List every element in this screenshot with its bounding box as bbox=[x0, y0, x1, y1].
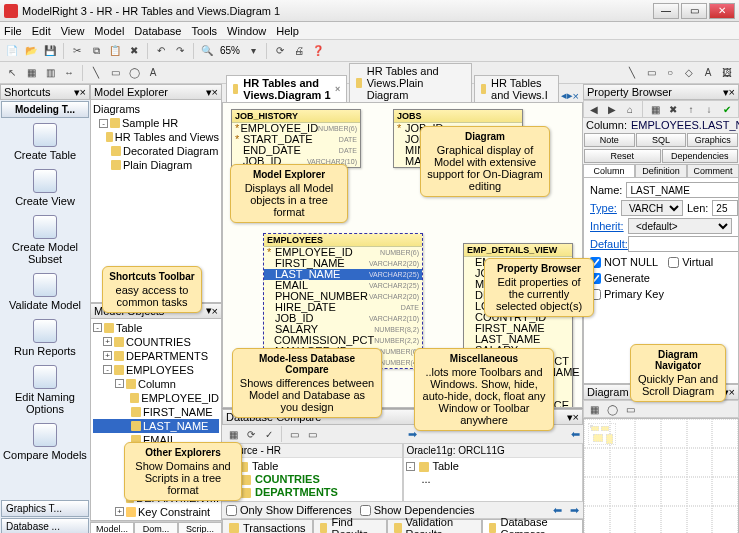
menu-edit[interactable]: Edit bbox=[32, 25, 51, 37]
bottom-tab-find[interactable]: Find Results bbox=[313, 519, 387, 533]
chk-pk[interactable]: Primary Key bbox=[590, 288, 664, 300]
line-icon[interactable]: ╲ bbox=[88, 65, 104, 81]
shortcut-run-reports[interactable]: Run Reports bbox=[0, 315, 90, 361]
props-btn[interactable]: ✖ bbox=[665, 101, 681, 117]
props-fwd-icon[interactable]: ▶ bbox=[604, 101, 620, 117]
menu-view[interactable]: View bbox=[61, 25, 85, 37]
props-back-icon[interactable]: ◀ bbox=[586, 101, 602, 117]
tree-model-root[interactable]: -Sample HR bbox=[93, 116, 219, 130]
shortcut-create-model-subset[interactable]: Create Model Subset bbox=[0, 211, 90, 269]
dbc-btn[interactable]: ▦ bbox=[225, 426, 241, 442]
explorer-tab-model[interactable]: Model... bbox=[90, 522, 134, 533]
tree-column-item[interactable]: FIRST_NAME bbox=[93, 405, 219, 419]
nav-btn[interactable]: ▦ bbox=[586, 401, 602, 417]
help-icon[interactable]: ❓ bbox=[310, 43, 326, 59]
props-note-btn[interactable]: Note bbox=[584, 133, 635, 147]
dbc-tree-item[interactable]: DEPARTMENTS bbox=[225, 486, 400, 499]
panel-close-icon[interactable]: × bbox=[729, 86, 735, 98]
tree-column-root[interactable]: -Column bbox=[93, 377, 219, 391]
minimize-button[interactable]: — bbox=[653, 3, 679, 19]
diagram-navigator[interactable] bbox=[583, 418, 739, 533]
open-icon[interactable]: 📂 bbox=[23, 43, 39, 59]
shape-poly-icon[interactable]: ◇ bbox=[681, 65, 697, 81]
shape-image-icon[interactable]: 🖼 bbox=[719, 65, 735, 81]
shortcut-compare-models[interactable]: Compare Models bbox=[0, 419, 90, 465]
panel-close-icon[interactable]: × bbox=[573, 411, 579, 423]
dbc-btn[interactable]: ▭ bbox=[304, 426, 320, 442]
zoom-dropdown-icon[interactable]: ▾ bbox=[245, 43, 261, 59]
tree-table-root[interactable]: -Table bbox=[93, 321, 219, 335]
menu-help[interactable]: Help bbox=[276, 25, 299, 37]
print-icon[interactable]: 🖨 bbox=[291, 43, 307, 59]
rect-icon[interactable]: ▭ bbox=[107, 65, 123, 81]
shortcut-edit-naming[interactable]: Edit Naming Options bbox=[0, 361, 90, 419]
diagram-tab[interactable]: HR Tables and Views.Diagram 1× bbox=[226, 75, 347, 102]
redo-icon[interactable]: ↷ bbox=[172, 43, 188, 59]
props-home-icon[interactable]: ⌂ bbox=[622, 101, 638, 117]
zoom-in-icon[interactable]: 🔍 bbox=[199, 43, 215, 59]
refresh-icon[interactable]: ⟳ bbox=[272, 43, 288, 59]
menu-tools[interactable]: Tools bbox=[191, 25, 217, 37]
diagram-tab[interactable]: HR Tables and Views.Plain Diagram bbox=[349, 63, 471, 102]
shortcut-create-view[interactable]: Create View bbox=[0, 165, 90, 211]
bottom-tab-validation[interactable]: Validation Results bbox=[387, 519, 482, 533]
opt-show-dependencies[interactable]: Show Dependencies bbox=[360, 504, 475, 516]
dbc-btn[interactable]: ⟳ bbox=[243, 426, 259, 442]
shape-rect-icon[interactable]: ▭ bbox=[643, 65, 659, 81]
table-tool-icon[interactable]: ▦ bbox=[23, 65, 39, 81]
relation-tool-icon[interactable]: ↔ bbox=[61, 65, 77, 81]
tree-table-item[interactable]: -EMPLOYEES bbox=[93, 363, 219, 377]
zoom-value[interactable]: 65% bbox=[218, 45, 242, 56]
new-icon[interactable]: 📄 bbox=[4, 43, 20, 59]
shortcut-create-table[interactable]: Create Table bbox=[0, 119, 90, 165]
panel-close-icon[interactable]: × bbox=[212, 86, 218, 98]
dbc-tree-item[interactable]: COUNTRIES bbox=[225, 473, 400, 486]
tree-table-item[interactable]: +COUNTRIES bbox=[93, 335, 219, 349]
panel-close-icon[interactable]: × bbox=[729, 386, 735, 398]
paste-icon[interactable]: 📋 bbox=[107, 43, 123, 59]
name-input[interactable] bbox=[626, 182, 739, 198]
dbc-tree-item[interactable]: ... bbox=[406, 473, 581, 486]
tree-table-item[interactable]: +DEPARTMENTS bbox=[93, 349, 219, 363]
panel-close-icon[interactable]: × bbox=[212, 305, 218, 317]
bottom-tab-compare[interactable]: Database Compare bbox=[482, 519, 583, 533]
chk-notnull[interactable]: NOT NULL bbox=[590, 256, 658, 268]
inherit-select[interactable]: <default> bbox=[628, 218, 732, 234]
ellipse-icon[interactable]: ◯ bbox=[126, 65, 142, 81]
chk-generate[interactable]: Generate bbox=[590, 272, 650, 284]
delete-icon[interactable]: ✖ bbox=[126, 43, 142, 59]
menu-file[interactable]: File bbox=[4, 25, 22, 37]
maximize-button[interactable]: ▭ bbox=[681, 3, 707, 19]
text-icon[interactable]: A bbox=[145, 65, 161, 81]
shortcuts-database-tab[interactable]: Database ... bbox=[1, 518, 89, 533]
len-input[interactable] bbox=[712, 200, 738, 216]
tree-subnode[interactable]: +Key Constraint bbox=[93, 505, 219, 519]
props-sql-btn[interactable]: SQL bbox=[636, 133, 687, 147]
props-graphics-btn[interactable]: Graphics bbox=[687, 133, 738, 147]
tree-diagrams-root[interactable]: Diagrams bbox=[93, 102, 219, 116]
menu-model[interactable]: Model bbox=[94, 25, 124, 37]
save-icon[interactable]: 💾 bbox=[42, 43, 58, 59]
tree-diagram-item[interactable]: Plain Diagram bbox=[93, 158, 219, 172]
shortcuts-modeling-header[interactable]: Modeling T... bbox=[1, 101, 89, 118]
shape-circle-icon[interactable]: ○ bbox=[662, 65, 678, 81]
dbc-tree-item[interactable]: -Table bbox=[406, 460, 581, 473]
entity-job-history[interactable]: JOB_HISTORY*EMPLOYEE_IDNUMBER(6)*START_D… bbox=[231, 109, 361, 168]
props-tab-definition[interactable]: Definition bbox=[635, 164, 687, 178]
menu-window[interactable]: Window bbox=[227, 25, 266, 37]
tree-column-item[interactable]: EMPLOYEE_ID bbox=[93, 391, 219, 405]
props-check-icon[interactable]: ✔ bbox=[719, 101, 735, 117]
dbc-left-arrow-icon[interactable]: ⬅ bbox=[571, 428, 580, 441]
nav-btn[interactable]: ◯ bbox=[604, 401, 620, 417]
tree-diagram-item[interactable]: HR Tables and Views bbox=[93, 130, 219, 144]
nav-btn[interactable]: ▭ bbox=[622, 401, 638, 417]
explorer-tab-domains[interactable]: Dom... bbox=[134, 522, 178, 533]
undo-icon[interactable]: ↶ bbox=[153, 43, 169, 59]
props-btn[interactable]: ↓ bbox=[701, 101, 717, 117]
chk-virtual[interactable]: Virtual bbox=[668, 256, 713, 268]
view-tool-icon[interactable]: ▥ bbox=[42, 65, 58, 81]
cut-icon[interactable]: ✂ bbox=[69, 43, 85, 59]
props-btn[interactable]: ↑ bbox=[683, 101, 699, 117]
props-deps-btn[interactable]: Dependencies bbox=[662, 149, 739, 163]
explorer-tab-scripts[interactable]: Scrip... bbox=[178, 522, 222, 533]
